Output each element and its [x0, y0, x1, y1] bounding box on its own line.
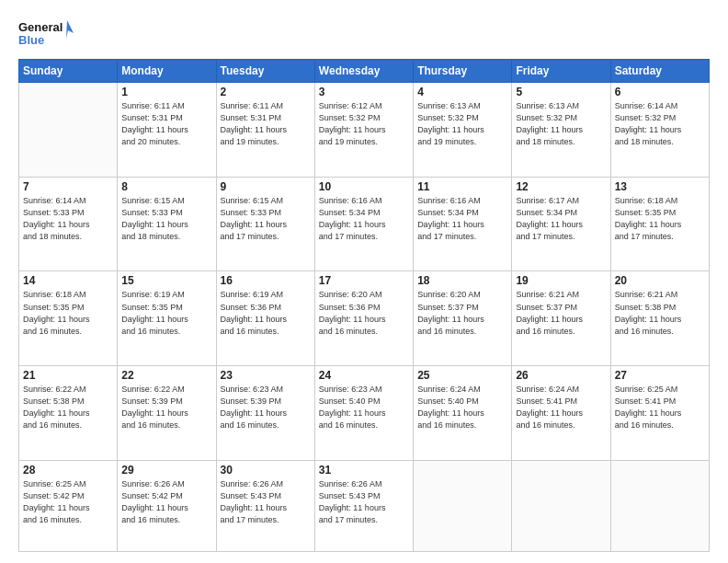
- day-number: 3: [319, 86, 409, 98]
- day-info: Sunrise: 6:19 AM Sunset: 5:35 PM Dayligh…: [121, 289, 211, 337]
- day-number: 20: [615, 274, 705, 287]
- calendar-cell: 16Sunrise: 6:19 AM Sunset: 5:36 PM Dayli…: [216, 271, 314, 366]
- day-info: Sunrise: 6:17 AM Sunset: 5:34 PM Dayligh…: [516, 195, 606, 243]
- day-number: 7: [23, 180, 113, 193]
- day-number: 31: [319, 464, 409, 477]
- day-number: 1: [121, 86, 211, 98]
- calendar-cell: 5Sunrise: 6:13 AM Sunset: 5:32 PM Daylig…: [512, 83, 610, 178]
- page: General Blue SundayMondayTuesdayWednesda…: [0, 0, 728, 563]
- day-info: Sunrise: 6:13 AM Sunset: 5:32 PM Dayligh…: [516, 100, 606, 148]
- calendar-cell: 13Sunrise: 6:18 AM Sunset: 5:35 PM Dayli…: [610, 177, 709, 271]
- day-number: 19: [516, 274, 606, 287]
- day-number: 24: [319, 369, 409, 382]
- day-info: Sunrise: 6:19 AM Sunset: 5:36 PM Dayligh…: [221, 289, 311, 337]
- calendar-cell: 22Sunrise: 6:22 AM Sunset: 5:39 PM Dayli…: [118, 366, 216, 461]
- calendar-cell: 31Sunrise: 6:26 AM Sunset: 5:43 PM Dayli…: [314, 460, 413, 551]
- calendar-cell: 20Sunrise: 6:21 AM Sunset: 5:38 PM Dayli…: [610, 271, 709, 366]
- calendar-cell: 2Sunrise: 6:11 AM Sunset: 5:31 PM Daylig…: [216, 83, 314, 178]
- day-number: 16: [221, 274, 311, 287]
- calendar-week-2: 14Sunrise: 6:18 AM Sunset: 5:35 PM Dayli…: [19, 271, 710, 366]
- day-info: Sunrise: 6:22 AM Sunset: 5:39 PM Dayligh…: [121, 384, 211, 431]
- day-info: Sunrise: 6:21 AM Sunset: 5:38 PM Dayligh…: [615, 289, 705, 337]
- day-info: Sunrise: 6:16 AM Sunset: 5:34 PM Dayligh…: [319, 195, 409, 243]
- day-info: Sunrise: 6:26 AM Sunset: 5:42 PM Dayligh…: [121, 478, 211, 526]
- day-info: Sunrise: 6:25 AM Sunset: 5:41 PM Dayligh…: [615, 384, 705, 431]
- svg-text:General: General: [18, 20, 63, 34]
- calendar-cell: 24Sunrise: 6:23 AM Sunset: 5:40 PM Dayli…: [314, 366, 413, 461]
- day-number: 8: [121, 180, 211, 193]
- day-info: Sunrise: 6:20 AM Sunset: 5:36 PM Dayligh…: [319, 289, 409, 337]
- day-number: 18: [417, 274, 507, 287]
- day-info: Sunrise: 6:14 AM Sunset: 5:33 PM Dayligh…: [23, 195, 113, 243]
- day-info: Sunrise: 6:25 AM Sunset: 5:42 PM Dayligh…: [23, 478, 113, 526]
- calendar-cell: [19, 83, 118, 178]
- calendar-cell: 28Sunrise: 6:25 AM Sunset: 5:42 PM Dayli…: [19, 460, 118, 551]
- day-info: Sunrise: 6:11 AM Sunset: 5:31 PM Dayligh…: [221, 100, 311, 148]
- col-header-tuesday: Tuesday: [216, 60, 314, 83]
- svg-text:Blue: Blue: [18, 33, 44, 47]
- day-number: 29: [121, 464, 211, 477]
- calendar-cell: 10Sunrise: 6:16 AM Sunset: 5:34 PM Dayli…: [314, 177, 413, 271]
- calendar-cell: 21Sunrise: 6:22 AM Sunset: 5:38 PM Dayli…: [19, 366, 118, 461]
- col-header-friday: Friday: [512, 60, 610, 83]
- day-info: Sunrise: 6:14 AM Sunset: 5:32 PM Dayligh…: [615, 100, 705, 148]
- day-info: Sunrise: 6:24 AM Sunset: 5:41 PM Dayligh…: [516, 384, 606, 431]
- day-number: 21: [23, 369, 113, 382]
- day-info: Sunrise: 6:24 AM Sunset: 5:40 PM Dayligh…: [417, 384, 507, 431]
- col-header-wednesday: Wednesday: [314, 60, 413, 83]
- col-header-saturday: Saturday: [610, 60, 709, 83]
- day-info: Sunrise: 6:18 AM Sunset: 5:35 PM Dayligh…: [23, 289, 113, 337]
- calendar-cell: 7Sunrise: 6:14 AM Sunset: 5:33 PM Daylig…: [19, 177, 118, 271]
- day-info: Sunrise: 6:12 AM Sunset: 5:32 PM Dayligh…: [319, 100, 409, 148]
- day-info: Sunrise: 6:26 AM Sunset: 5:43 PM Dayligh…: [319, 478, 409, 526]
- day-number: 12: [516, 180, 606, 193]
- calendar-cell: 19Sunrise: 6:21 AM Sunset: 5:37 PM Dayli…: [512, 271, 610, 366]
- header: General Blue: [18, 17, 710, 52]
- calendar-cell: 30Sunrise: 6:26 AM Sunset: 5:43 PM Dayli…: [216, 460, 314, 551]
- day-number: 5: [516, 86, 606, 98]
- calendar-header-row: SundayMondayTuesdayWednesdayThursdayFrid…: [19, 60, 710, 83]
- col-header-sunday: Sunday: [19, 60, 118, 83]
- day-number: 6: [615, 86, 705, 98]
- calendar-cell: 6Sunrise: 6:14 AM Sunset: 5:32 PM Daylig…: [610, 83, 709, 178]
- calendar-table: SundayMondayTuesdayWednesdayThursdayFrid…: [18, 59, 710, 552]
- calendar-cell: 14Sunrise: 6:18 AM Sunset: 5:35 PM Dayli…: [19, 271, 118, 366]
- calendar-cell: 9Sunrise: 6:15 AM Sunset: 5:33 PM Daylig…: [216, 177, 314, 271]
- day-info: Sunrise: 6:18 AM Sunset: 5:35 PM Dayligh…: [615, 195, 705, 243]
- calendar-cell: 27Sunrise: 6:25 AM Sunset: 5:41 PM Dayli…: [610, 366, 709, 461]
- calendar-cell: 11Sunrise: 6:16 AM Sunset: 5:34 PM Dayli…: [414, 177, 512, 271]
- day-number: 9: [221, 180, 311, 193]
- calendar-cell: 17Sunrise: 6:20 AM Sunset: 5:36 PM Dayli…: [314, 271, 413, 366]
- day-info: Sunrise: 6:22 AM Sunset: 5:38 PM Dayligh…: [23, 384, 113, 431]
- calendar-cell: 15Sunrise: 6:19 AM Sunset: 5:35 PM Dayli…: [118, 271, 216, 366]
- col-header-thursday: Thursday: [414, 60, 512, 83]
- day-number: 27: [615, 369, 705, 382]
- day-number: 26: [516, 369, 606, 382]
- calendar-cell: 29Sunrise: 6:26 AM Sunset: 5:42 PM Dayli…: [118, 460, 216, 551]
- day-number: 25: [417, 369, 507, 382]
- calendar-cell: 18Sunrise: 6:20 AM Sunset: 5:37 PM Dayli…: [414, 271, 512, 366]
- day-number: 17: [319, 274, 409, 287]
- day-number: 22: [121, 369, 211, 382]
- day-info: Sunrise: 6:15 AM Sunset: 5:33 PM Dayligh…: [121, 195, 211, 243]
- day-info: Sunrise: 6:16 AM Sunset: 5:34 PM Dayligh…: [417, 195, 507, 243]
- svg-marker-2: [66, 20, 74, 39]
- calendar-cell: 12Sunrise: 6:17 AM Sunset: 5:34 PM Dayli…: [512, 177, 610, 271]
- calendar-week-1: 7Sunrise: 6:14 AM Sunset: 5:33 PM Daylig…: [19, 177, 710, 271]
- day-number: 30: [221, 464, 311, 477]
- calendar-cell: 26Sunrise: 6:24 AM Sunset: 5:41 PM Dayli…: [512, 366, 610, 461]
- day-info: Sunrise: 6:13 AM Sunset: 5:32 PM Dayligh…: [417, 100, 507, 148]
- calendar-cell: 23Sunrise: 6:23 AM Sunset: 5:39 PM Dayli…: [216, 366, 314, 461]
- calendar-cell: 4Sunrise: 6:13 AM Sunset: 5:32 PM Daylig…: [414, 83, 512, 178]
- calendar-cell: [610, 460, 709, 551]
- logo: General Blue: [18, 17, 74, 52]
- day-number: 13: [615, 180, 705, 193]
- logo-svg: General Blue: [18, 17, 74, 52]
- calendar-week-4: 28Sunrise: 6:25 AM Sunset: 5:42 PM Dayli…: [19, 460, 710, 551]
- calendar-cell: 1Sunrise: 6:11 AM Sunset: 5:31 PM Daylig…: [118, 83, 216, 178]
- day-number: 15: [121, 274, 211, 287]
- day-info: Sunrise: 6:20 AM Sunset: 5:37 PM Dayligh…: [417, 289, 507, 337]
- day-info: Sunrise: 6:23 AM Sunset: 5:39 PM Dayligh…: [221, 384, 311, 431]
- day-info: Sunrise: 6:21 AM Sunset: 5:37 PM Dayligh…: [516, 289, 606, 337]
- calendar-week-0: 1Sunrise: 6:11 AM Sunset: 5:31 PM Daylig…: [19, 83, 710, 178]
